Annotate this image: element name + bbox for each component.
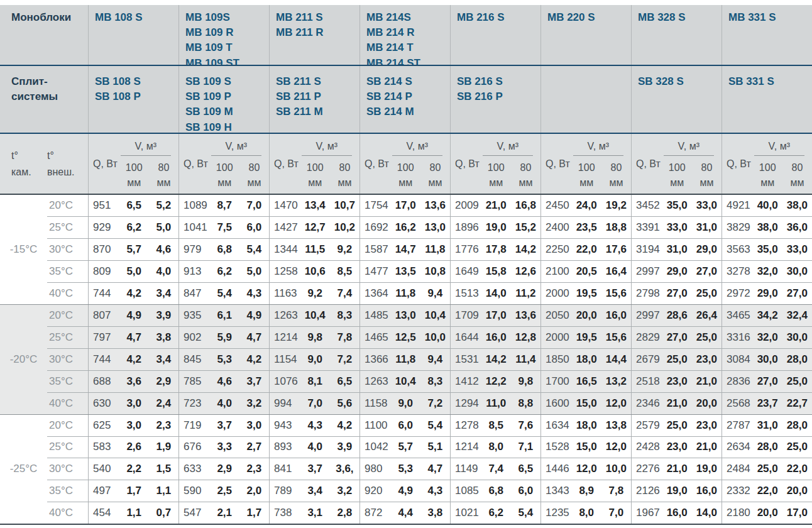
- volume-subcols: 100мм80мм: [391, 160, 450, 190]
- q-watt-value: 583: [89, 437, 119, 458]
- volume-80mm-value: 33,0: [692, 195, 721, 216]
- volume-100mm-value: 6,5: [119, 195, 149, 216]
- volume-header: V, м³100мм80мм: [662, 134, 721, 194]
- outdoor-temp-value: 40°C: [47, 283, 88, 304]
- data-cell-group-6: 185018,014,4: [540, 349, 631, 370]
- data-cell-group-4: 11006,05,4: [359, 415, 450, 436]
- temp-group-rows: 20°C6253,02,37193,73,09434,34,211006,05,…: [47, 415, 812, 524]
- split-model-name: SB 214 M: [366, 104, 450, 119]
- volume-100mm-value: 35,0: [753, 239, 782, 260]
- data-cell-group-7: 282927,025,0: [631, 327, 721, 348]
- table-row: 30°C8705,74,69796,85,4134411,59,2158714,…: [47, 238, 812, 260]
- volume-100mm-value: 6,2: [481, 502, 511, 524]
- volume-100mm-value: 38,0: [753, 217, 782, 238]
- volume-100mm-value: 5,7: [119, 239, 149, 260]
- monoblock-model-name: MB 214S: [366, 10, 450, 25]
- volume-80mm-value: 7,0: [601, 502, 631, 524]
- volume-80mm-header: 80мм: [239, 160, 269, 190]
- volume-100mm-value: 15,0: [572, 393, 601, 414]
- data-cell-group-2: 10898,77,0: [178, 195, 269, 216]
- volume-100mm-value: 20,0: [572, 305, 601, 326]
- monoblock-model-group-2: MB 109SMB 109 RMB 109 TMB 109 ST: [178, 5, 269, 65]
- data-cell-group-6: 225022,017,6: [540, 239, 631, 260]
- q-watt-value: 719: [179, 415, 210, 436]
- volume-80mm-header: 80мм: [330, 160, 359, 190]
- outdoor-temp-value: 40°C: [47, 393, 88, 414]
- q-watt-value: 1477: [360, 261, 391, 282]
- split-model-name: SB 211 P: [276, 89, 359, 104]
- volume-100mm-value: 12,2: [481, 371, 511, 392]
- outdoor-temp-value: 25°C: [47, 217, 88, 238]
- volume-100mm-value: 18,0: [572, 349, 601, 370]
- data-cell-group-3: 11639,27,4: [269, 283, 359, 304]
- monoblocks-label: Моноблоки: [0, 5, 88, 65]
- split-model-name: SB 216 P: [457, 89, 540, 104]
- volume-100mm-value: 14,0: [481, 283, 511, 304]
- volume-80mm-value: 20,0: [692, 393, 721, 414]
- q-watt-value: 723: [179, 393, 210, 414]
- volume-80mm-value: 36,0: [782, 217, 812, 238]
- data-cell-group-8: 283627,025,0: [721, 371, 812, 392]
- data-cell-group-7: 234621,020,0: [631, 393, 721, 414]
- volume-80mm-header: 80мм: [692, 160, 721, 190]
- data-cell-group-8: 492140,038,0: [721, 195, 812, 216]
- data-cell-group-7: 339133,031,0: [631, 217, 721, 238]
- outdoor-temp-value: 35°C: [47, 480, 88, 502]
- volume-80mm-value: 29,0: [692, 239, 721, 260]
- volume-80mm-value: 26,4: [692, 305, 721, 326]
- volume-80mm-value: 5,2: [149, 195, 178, 216]
- volume-header: V, м³100мм80мм: [391, 134, 450, 194]
- data-cell-group-8: 278731,028,0: [721, 415, 812, 436]
- q-watt-value: 1344: [270, 239, 300, 260]
- volume-100mm-header: 100мм: [391, 160, 420, 190]
- volume-80mm-value: 12,6: [511, 261, 540, 282]
- q-watt-value: 1644: [451, 327, 481, 348]
- volume-80mm-value: 12,8: [511, 327, 540, 348]
- data-cell-group-2: 5472,11,7: [178, 502, 269, 524]
- data-cell-group-8: 218020,017,0: [721, 502, 812, 524]
- volume-100mm-value: 17,0: [481, 305, 511, 326]
- volume-80mm-value: 20,0: [782, 480, 812, 502]
- units-group-5: Q, ВтV, м³100мм80мм: [450, 134, 540, 194]
- q-watt-value: 1412: [451, 371, 481, 392]
- q-watt-value: 2000: [541, 283, 572, 304]
- data-cell-group-4: 9805,34,7: [359, 458, 450, 480]
- volume-80mm-value: 13,2: [601, 371, 631, 392]
- temp-group-3: -25°C20°C6253,02,37193,73,09434,34,21100…: [0, 414, 812, 524]
- volume-80mm-value: 4,0: [149, 261, 178, 282]
- volume-100mm-value: 3,6: [119, 371, 149, 392]
- data-cell-group-1: 4541,10,7: [88, 502, 178, 524]
- volume-100mm-value: 5,7: [391, 437, 420, 458]
- split-model-group-2: SB 109 SSB 109 PSB 109 MSB 109 H: [178, 66, 269, 133]
- split-model-name: SB 216 S: [457, 74, 540, 89]
- q-watt-value: 2972: [722, 283, 753, 304]
- chamber-temp-header-line2: кам.: [11, 164, 47, 180]
- q-watt-value: 4921: [722, 195, 753, 216]
- volume-80mm-value: 8,8: [511, 393, 540, 414]
- volume-100mm-header: 100мм: [481, 160, 511, 190]
- q-watt-value: 1294: [451, 393, 481, 414]
- q-watt-value: 540: [89, 458, 119, 480]
- volume-100mm-value: 19,5: [572, 327, 601, 348]
- volume-80mm-line1: 80: [330, 160, 359, 175]
- data-cell-group-4: 158714,711,8: [359, 239, 450, 260]
- temp-group-1: -15°C20°C9516,55,210898,77,0147013,410,7…: [0, 195, 812, 304]
- q-watt-value: 3278: [722, 261, 753, 282]
- data-cell-group-6: 170016,513,2: [540, 371, 631, 392]
- volume-80mm-value: 14,2: [511, 239, 540, 260]
- volume-100mm-value: 2,6: [119, 437, 149, 458]
- volume-100mm-value: 2,9: [210, 458, 239, 480]
- data-cell-group-5: 189619,015,2: [450, 217, 540, 238]
- q-watt-value: 1163: [270, 283, 300, 304]
- volume-100mm-header: 100мм: [210, 160, 239, 190]
- volume-100mm-value: 31,0: [662, 239, 692, 260]
- volume-title: V, м³: [211, 141, 261, 156]
- volume-80mm-value: 4,7: [420, 458, 450, 480]
- volume-100mm-value: 22,0: [753, 480, 782, 502]
- volume-100mm-value: 9,8: [300, 327, 330, 348]
- q-watt-value: 1485: [360, 305, 391, 326]
- volume-80mm-value: 28,0: [782, 415, 812, 436]
- volume-100mm-value: 32,0: [753, 327, 782, 348]
- volume-80mm-value: 2,4: [149, 393, 178, 414]
- volume-100mm-value: 13,0: [391, 305, 420, 326]
